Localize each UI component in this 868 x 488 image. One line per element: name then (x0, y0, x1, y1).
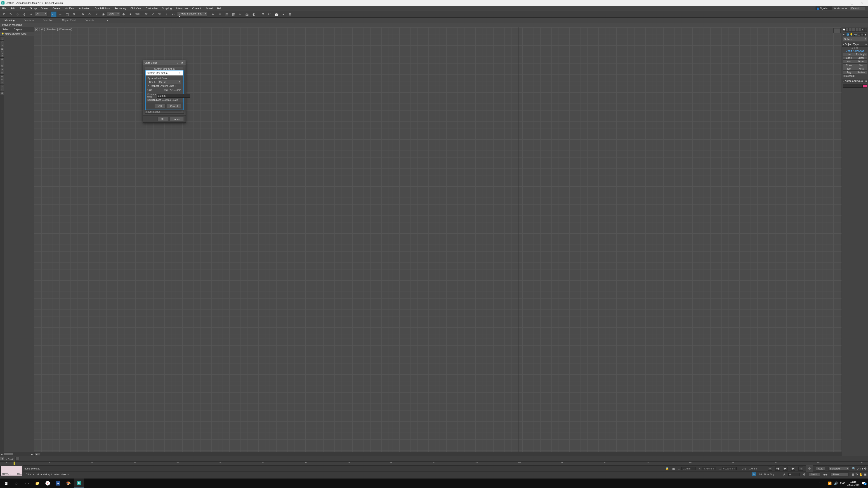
tab-populate[interactable]: Populate (80, 18, 99, 23)
set-key-button[interactable]: Set K. (809, 473, 820, 477)
spinner-snap-button[interactable]: ↕ (164, 11, 169, 17)
btn-donut[interactable]: Donut (855, 60, 867, 63)
btn-helix[interactable]: Helix (855, 67, 867, 70)
key-filters-icon[interactable]: ᚔ (823, 473, 827, 476)
orbit-icon[interactable]: ↻ (855, 473, 858, 476)
btn-text[interactable]: Text (843, 67, 855, 70)
name-field[interactable] (843, 85, 863, 88)
filter-helpers-icon[interactable]: ╲ (0, 51, 4, 54)
rotate-button[interactable]: ⟳ (87, 11, 93, 17)
ref-coord-dropdown[interactable]: View (107, 12, 120, 17)
coord-x-input[interactable] (681, 467, 696, 470)
maximize-viewport-icon[interactable]: ▣ (864, 473, 867, 476)
menu-arnold[interactable]: Arnold (203, 6, 215, 11)
minimize-button[interactable]: — (837, 0, 847, 6)
window-crossing-button[interactable]: ⧉ (71, 11, 77, 17)
menu-modifiers[interactable]: Modifiers (62, 6, 77, 11)
cmd-hierarchy-icon[interactable] (849, 28, 852, 32)
action-center-icon[interactable]: 💬 3 (862, 482, 866, 485)
walk-icon[interactable]: ✋ (859, 473, 863, 476)
cmd-chevron-right-icon[interactable]: ▸ (864, 28, 867, 32)
frame-prev-button[interactable]: ◂ (0, 457, 4, 461)
btn-arc[interactable]: Arc (843, 60, 855, 63)
filter-cameras-icon[interactable]: ▣ (0, 47, 4, 51)
viewport-label[interactable]: [+] [Left ] [Standard ] [Wireframe ] (35, 28, 72, 31)
named-selection-dropdown[interactable]: Create Selection Set ▾ (177, 12, 207, 17)
category-dropdown[interactable]: Splines (843, 37, 867, 41)
coord-y-input[interactable] (702, 467, 716, 470)
goto-end-button[interactable]: ⏭ (798, 466, 803, 470)
filter-invert-icon[interactable]: ≡ (0, 81, 4, 85)
tab-modeling[interactable]: Modeling (0, 18, 19, 23)
filter-none-icon[interactable]: □ (0, 78, 4, 81)
filter-collapse-icon[interactable]: ▸ (0, 88, 4, 92)
frame-next-button[interactable]: ▸ (16, 457, 20, 461)
cat-cameras-icon[interactable]: 📷 (854, 33, 857, 36)
maxscript-label[interactable]: MAXScript Min (2, 473, 23, 476)
3dsmax-taskbar-icon[interactable]: 3 (74, 479, 84, 488)
spinner-input[interactable] (788, 473, 800, 476)
cat-helpers-icon[interactable]: ◫ (858, 33, 861, 36)
render-production-button[interactable]: ☕ (274, 11, 279, 17)
filter-hidden-icon[interactable]: ▭ (0, 71, 4, 74)
undo-button[interactable]: ↶ (1, 11, 7, 17)
units-cancel-button[interactable]: Cancel (169, 117, 184, 121)
menu-views[interactable]: Views (39, 6, 50, 11)
select-object-button[interactable]: ▭ (51, 11, 57, 17)
fov-icon[interactable]: ◔ (860, 467, 863, 470)
units-ok-button[interactable]: OK (158, 117, 168, 121)
color-swatch[interactable] (863, 85, 867, 88)
yandex-browser-icon[interactable]: Y (42, 479, 53, 488)
lock-selection-icon[interactable]: 🔒 (665, 467, 669, 470)
goto-start-button[interactable]: ⏮ (768, 466, 772, 470)
distance-input[interactable] (157, 94, 190, 98)
scale-button[interactable]: ⤢ (94, 11, 99, 17)
select-region-button[interactable]: ◫ (64, 11, 70, 17)
maximize-button[interactable]: ▢ (847, 0, 857, 6)
menu-customize[interactable]: Customize (144, 6, 160, 11)
unit-type-dropdown[interactable]: Mi…rs (158, 80, 181, 84)
keyboard-shortcut-button[interactable]: ⌨ (134, 11, 140, 17)
wifi-icon[interactable]: 📶 (828, 482, 832, 485)
coord-z-input[interactable] (722, 467, 737, 470)
cmd-utilities-icon[interactable] (858, 28, 861, 32)
bind-button[interactable]: ⇢ (28, 11, 34, 17)
mirror-button[interactable]: ⇋ (210, 11, 216, 17)
schematic-view-button[interactable]: 品 (244, 11, 250, 17)
filter-frozen-icon[interactable]: ❄ (0, 68, 4, 71)
time-ruler[interactable]: 0510152025303540455055606570758085909510… (0, 461, 868, 465)
open-a360-button[interactable]: ⊞ (287, 11, 293, 17)
pan-icon[interactable]: ✥ (864, 467, 867, 470)
rendered-frame-button[interactable]: 🖵 (267, 11, 273, 17)
cmd-display-icon[interactable] (855, 28, 858, 32)
filter-geometry-icon[interactable]: ◇ (0, 37, 4, 41)
close-button[interactable]: ✕ (857, 0, 867, 6)
tray-clock[interactable]: 11:38 25.09.2018 (847, 480, 860, 486)
use-center-button[interactable]: ⊕ (121, 11, 127, 17)
filter-expand-icon[interactable]: ▾ (0, 85, 4, 88)
align-button[interactable]: ≡ (217, 11, 223, 17)
left-tab-select[interactable]: Select (0, 27, 11, 32)
menu-help[interactable]: Help (215, 6, 225, 11)
add-time-tag-button[interactable]: Add Time Tag (759, 473, 774, 476)
curve-editor-button[interactable]: ∿ (237, 11, 243, 17)
move-button[interactable]: ✥ (80, 11, 86, 17)
btn-egg[interactable]: Egg (843, 71, 855, 74)
language-indicator[interactable]: РУС (840, 482, 845, 485)
explorer-scrollbar[interactable]: ◂▸ (0, 452, 34, 456)
select-by-name-button[interactable]: ≣ (57, 11, 63, 17)
filter-shapes-icon[interactable]: ◯ (0, 40, 4, 44)
btn-line[interactable]: Line (843, 53, 855, 56)
menu-content[interactable]: Content (190, 6, 203, 11)
filter-all-icon[interactable]: ■ (0, 74, 4, 78)
cat-lights-icon[interactable]: 💡 (849, 33, 853, 36)
list-header-label[interactable]: Name (Sorted Asce (5, 33, 26, 35)
time-tag-icon[interactable]: ⧉ (752, 473, 756, 476)
units-close-button[interactable]: ✕ (180, 61, 184, 64)
menu-graph-editors[interactable]: Graph Editors (92, 6, 112, 11)
menu-interactive[interactable]: Interactive (174, 6, 190, 11)
left-tab-display[interactable]: Display (11, 27, 24, 32)
placement-button[interactable]: ◉ (100, 11, 106, 17)
search-icon[interactable]: ⌕ (11, 479, 22, 488)
btn-rectangle[interactable]: Rectangle (855, 53, 867, 56)
